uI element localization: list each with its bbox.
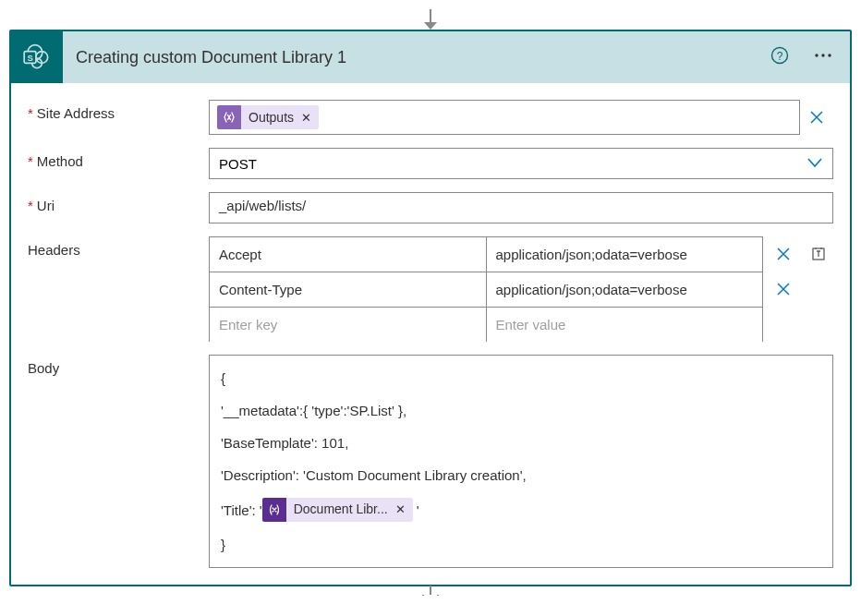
header-key-placeholder[interactable]: Enter key (210, 308, 486, 342)
token-remove-icon[interactable]: ✕ (395, 501, 413, 518)
body-line: 'Title': ' (221, 501, 262, 520)
body-line: 'Description': 'Custom Document Library … (221, 465, 527, 485)
fx-icon (217, 105, 241, 129)
body-line: } (221, 535, 225, 554)
action-header[interactable]: S Creating custom Document Library 1 ? (11, 31, 850, 83)
clear-site-address-icon[interactable] (800, 102, 833, 133)
help-icon[interactable]: ? (765, 41, 794, 74)
label-body: Body (28, 360, 59, 376)
text-mode-icon[interactable] (806, 241, 831, 267)
connector-knob (9, 595, 852, 606)
connector-arrow-in (9, 22, 852, 30)
uri-input[interactable]: _api/web/lists/ (209, 192, 833, 223)
chevron-down-icon (806, 156, 823, 172)
token-label: Document Libr... (286, 501, 395, 519)
header-value-placeholder[interactable]: Enter value (486, 308, 763, 342)
method-value: POST (219, 156, 257, 172)
header-value-cell[interactable]: application/json;odata=verbose (486, 272, 763, 307)
variable-icon (262, 498, 286, 522)
required-marker: * (28, 153, 33, 169)
header-value-cell[interactable]: application/json;odata=verbose (486, 237, 763, 272)
required-marker: * (28, 198, 33, 213)
body-editor[interactable]: { '__metadata':{ 'type':'SP.List' }, 'Ba… (209, 355, 833, 568)
label-headers: Headers (28, 242, 80, 258)
token-outputs[interactable]: Outputs ✕ (217, 105, 319, 129)
delete-header-icon[interactable] (770, 241, 796, 267)
svg-point-8 (821, 54, 824, 56)
body-line: 'BaseTemplate': 101, (221, 433, 348, 453)
header-key-cell[interactable]: Content-Type (210, 272, 486, 307)
svg-text:?: ? (777, 50, 783, 63)
token-label: Outputs (241, 110, 301, 125)
delete-header-icon[interactable] (770, 276, 796, 302)
token-remove-icon[interactable]: ✕ (301, 111, 319, 125)
body-line: { (221, 368, 225, 388)
connector-bottom (9, 586, 852, 595)
svg-point-7 (815, 54, 818, 56)
label-uri: Uri (37, 198, 55, 213)
action-card: S Creating custom Document Library 1 ? *… (9, 30, 852, 586)
action-body: *Site Address Outputs ✕ *Metho (11, 83, 850, 585)
body-line: '__metadata':{ 'type':'SP.List' }, (221, 401, 406, 420)
svg-text:S: S (27, 53, 32, 63)
svg-point-9 (828, 54, 831, 56)
headers-table: Accept application/json;odata=verbose (209, 236, 833, 342)
action-title: Creating custom Document Library 1 (76, 48, 752, 67)
more-menu-icon[interactable] (807, 41, 837, 74)
connector-top (9, 9, 852, 22)
token-document-library[interactable]: Document Libr... ✕ (262, 498, 413, 522)
label-site-address: Site Address (37, 105, 115, 121)
header-key-cell[interactable]: Accept (210, 237, 486, 272)
body-line: ' (417, 501, 419, 520)
label-method: Method (37, 153, 83, 169)
method-select[interactable]: POST (209, 148, 833, 179)
required-marker: * (28, 105, 33, 121)
site-address-input[interactable]: Outputs ✕ (209, 100, 800, 135)
sharepoint-icon: S (11, 31, 63, 83)
